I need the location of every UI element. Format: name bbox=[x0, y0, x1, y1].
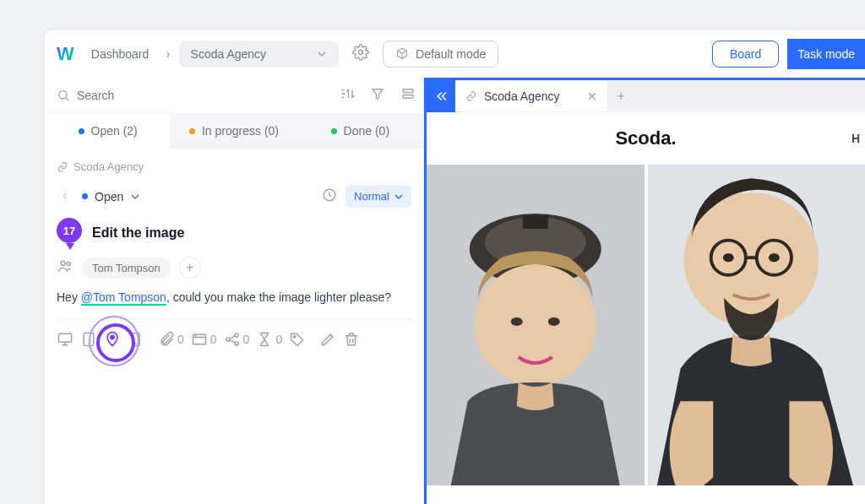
svg-point-0 bbox=[359, 51, 363, 55]
task-message: Hey @Tom Tompson, could you make the ima… bbox=[45, 289, 423, 318]
layout-icon[interactable] bbox=[393, 78, 423, 113]
svg-point-22 bbox=[548, 317, 560, 326]
svg-point-1 bbox=[59, 91, 67, 99]
svg-rect-19 bbox=[523, 215, 548, 229]
priority-dropdown[interactable]: Normal bbox=[345, 185, 411, 208]
svg-point-6 bbox=[67, 262, 70, 265]
tag-icon[interactable] bbox=[289, 331, 306, 348]
chevron-down-icon bbox=[394, 192, 403, 201]
attachment-icon[interactable]: 0 bbox=[158, 331, 184, 348]
chevron-down-icon bbox=[130, 192, 140, 202]
filter-icon[interactable] bbox=[362, 78, 393, 113]
cube-icon bbox=[395, 47, 409, 61]
svg-point-29 bbox=[768, 253, 779, 262]
project-name: Scoda Agency bbox=[191, 47, 267, 61]
tab-in-progress[interactable]: In progress (0) bbox=[171, 114, 296, 149]
link-icon bbox=[465, 90, 477, 102]
gallery-photo-2 bbox=[648, 165, 866, 485]
location-pin-icon[interactable] bbox=[104, 331, 121, 348]
assignee-chip[interactable]: Tom Tompson bbox=[82, 257, 171, 279]
hourglass-icon[interactable]: 0 bbox=[256, 331, 282, 348]
mode-dropdown[interactable]: Default mode bbox=[383, 41, 498, 68]
chevron-right-icon: › bbox=[166, 46, 170, 62]
delete-icon[interactable] bbox=[343, 331, 360, 348]
link-icon bbox=[57, 161, 68, 173]
project-dropdown[interactable]: Scoda Agency bbox=[179, 41, 340, 68]
task-breadcrumb: Scoda Agency bbox=[45, 149, 423, 178]
desktop-icon[interactable] bbox=[57, 331, 73, 348]
preview-tab[interactable]: Scoda Agency ✕ bbox=[455, 81, 607, 111]
task-title: Edit the image bbox=[92, 225, 184, 241]
sort-icon[interactable] bbox=[332, 78, 362, 113]
site-logo: Scoda. bbox=[615, 127, 676, 149]
add-assignee-button[interactable]: + bbox=[179, 257, 201, 279]
task-pin: 17 bbox=[57, 218, 84, 248]
svg-rect-3 bbox=[403, 95, 413, 99]
svg-point-5 bbox=[61, 261, 65, 265]
settings-icon[interactable] bbox=[347, 39, 374, 69]
gallery-photo-1 bbox=[427, 165, 645, 485]
edit-icon[interactable] bbox=[319, 331, 336, 348]
svg-rect-11 bbox=[193, 334, 205, 344]
mode-label: Default mode bbox=[416, 47, 486, 61]
svg-point-21 bbox=[511, 317, 523, 326]
people-icon bbox=[57, 257, 73, 278]
tab-open[interactable]: Open (2) bbox=[45, 114, 171, 149]
back-button[interactable] bbox=[57, 186, 73, 208]
svg-point-15 bbox=[294, 335, 296, 338]
site-nav-home[interactable]: H bbox=[851, 132, 860, 145]
clock-icon[interactable] bbox=[322, 187, 337, 206]
search-input[interactable] bbox=[77, 89, 320, 102]
collapse-panel-icon[interactable] bbox=[427, 80, 455, 112]
chevron-down-icon bbox=[317, 49, 327, 59]
search-icon bbox=[57, 89, 70, 102]
close-tab-icon[interactable]: ✕ bbox=[587, 89, 597, 103]
task-number: 17 bbox=[57, 218, 82, 243]
breadcrumb-dashboard[interactable]: Dashboard bbox=[83, 42, 158, 66]
svg-point-20 bbox=[475, 264, 596, 386]
mention[interactable]: @Tom Tompson bbox=[81, 290, 166, 306]
app-logo[interactable]: W bbox=[57, 43, 74, 65]
svg-rect-7 bbox=[59, 333, 72, 342]
share-icon[interactable]: 0 bbox=[224, 331, 250, 348]
board-button[interactable]: Board bbox=[712, 41, 779, 68]
tab-done[interactable]: Done (0) bbox=[297, 114, 423, 149]
svg-rect-2 bbox=[403, 89, 413, 93]
status-dropdown[interactable]: Open bbox=[82, 190, 140, 203]
svg-point-28 bbox=[722, 253, 733, 262]
browser-icon[interactable]: 0 bbox=[191, 331, 217, 348]
site-preview: Scoda. H bbox=[427, 112, 865, 504]
svg-point-9 bbox=[111, 335, 114, 339]
task-mode-button[interactable]: Task mode bbox=[787, 39, 865, 69]
add-tab-button[interactable]: + bbox=[607, 80, 635, 112]
